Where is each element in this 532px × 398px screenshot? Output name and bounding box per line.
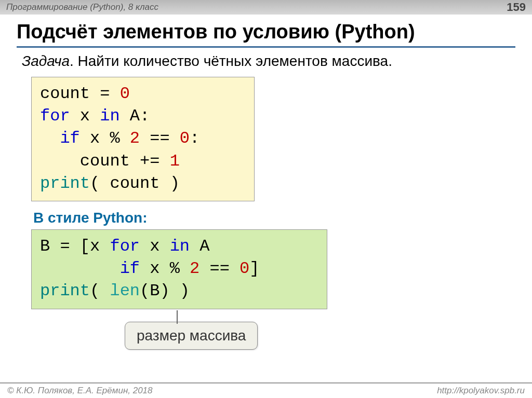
- task-line: Задача. Найти количество чётных элементо…: [22, 53, 515, 70]
- footer-copyright: © К.Ю. Поляков, Е.А. Ерёмин, 2018: [7, 386, 153, 396]
- callout-connector: [177, 310, 178, 324]
- task-text: . Найти количество чётных элементов масс…: [70, 53, 392, 69]
- footer-url: http://kpolyakov.spb.ru: [437, 386, 525, 396]
- footer-bar: © К.Ю. Поляков, Е.А. Ерёмин, 2018 http:/…: [0, 382, 532, 398]
- breadcrumb: Программирование (Python), 8 класс: [6, 2, 158, 12]
- subheading: В стиле Python:: [33, 210, 515, 226]
- callout-box: размер массива: [125, 322, 258, 350]
- page-number: 159: [507, 1, 526, 14]
- slide-content: Подсчёт элементов по условию (Python) За…: [0, 15, 532, 309]
- title-underline: [17, 46, 515, 48]
- callout: размер массива: [125, 322, 258, 350]
- code-block-2: B = [x for x in A if x % 2 == 0] print( …: [31, 229, 327, 309]
- code-block-1: count = 0 for x in A: if x % 2 == 0: cou…: [31, 77, 255, 201]
- page-title: Подсчёт элементов по условию (Python): [17, 21, 515, 43]
- header-bar: Программирование (Python), 8 класс 159: [0, 0, 532, 15]
- task-label: Задача: [22, 53, 70, 69]
